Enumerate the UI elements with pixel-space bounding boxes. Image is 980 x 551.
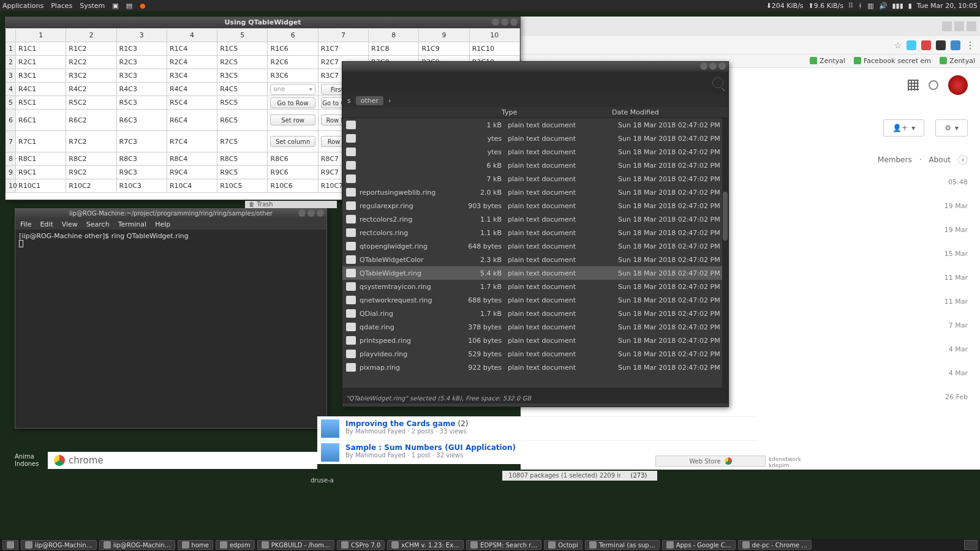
table-cell[interactable]: R5C2 <box>66 96 116 110</box>
table-cell[interactable]: R8C3 <box>116 152 167 166</box>
taskbar-button[interactable]: iip@ROG-Machin… <box>21 540 97 550</box>
table-cell[interactable]: R3C2 <box>66 69 116 83</box>
extension-icon[interactable] <box>951 40 960 50</box>
taskbar-button[interactable]: Apps - Google C… <box>662 540 736 550</box>
set-column-button[interactable]: Set column <box>270 136 315 147</box>
table-cell[interactable]: R1C4 <box>167 42 217 56</box>
avatar[interactable] <box>948 75 968 95</box>
table-cell[interactable]: R8C1 <box>16 152 66 166</box>
taskbar-button[interactable]: Octopi <box>544 540 582 550</box>
table-cell[interactable]: R10C1 <box>16 179 66 193</box>
table-cell[interactable]: R10C5 <box>217 179 268 193</box>
window-titlebar[interactable]: Using QTableWidget <box>6 17 520 28</box>
table-cell[interactable]: R6C1 <box>16 110 66 131</box>
table-cell[interactable]: R2C3 <box>116 56 167 69</box>
chrome-urlbar[interactable]: ☆ ⋮ <box>521 36 980 54</box>
taskbar-button[interactable]: Terminal (as sup… <box>585 540 660 550</box>
window-close-icon[interactable] <box>317 209 324 217</box>
settings-button[interactable]: ⚙ ▾ <box>935 119 968 137</box>
fm-file-row[interactable]: reportusingweblib.ring2.0 kBplain text d… <box>342 186 728 199</box>
taskbar-button[interactable]: de-pc - Chrome … <box>738 540 812 550</box>
fm-file-row[interactable]: printspeed.ring106 bytesplain text docum… <box>342 334 728 347</box>
window-minimize-icon[interactable] <box>942 21 952 31</box>
table-cell[interactable]: R8C2 <box>66 152 116 166</box>
menu-file[interactable]: File <box>20 220 31 228</box>
breadcrumb-current[interactable]: other <box>356 96 383 105</box>
set-row-button[interactable]: Set row <box>270 114 315 126</box>
taskbar-button[interactable]: iip@ROG-Machin… <box>99 540 175 550</box>
table-cell[interactable]: R2C2 <box>66 56 116 69</box>
network-icon[interactable]: ▮▮▮ <box>892 2 903 10</box>
table-cell[interactable]: R3C6 <box>268 69 318 83</box>
tray-icon[interactable]: ▥ <box>867 2 873 10</box>
show-desktop-button[interactable] <box>2 540 18 550</box>
taskbar-button[interactable]: xCHM v. 1.23: Ex… <box>387 540 464 550</box>
firefox-icon[interactable]: ● <box>140 2 146 10</box>
table-cell[interactable]: R4C3 <box>116 83 167 96</box>
about-link[interactable]: About <box>929 156 951 164</box>
window-close-icon[interactable] <box>510 18 518 26</box>
fm-file-row[interactable]: QDial.ring1.7 kBplain text documentSun 1… <box>342 307 728 320</box>
fm-file-row[interactable]: ytesplain text documentSun 18 Mar 2018 0… <box>342 145 728 159</box>
table-cell[interactable]: R5C5 <box>217 96 268 110</box>
window-titlebar[interactable]: iip@ROG-Machine:~/project/programming/ri… <box>15 209 326 219</box>
table-cell[interactable]: R7C2 <box>66 131 116 152</box>
bookmark[interactable]: Zentyal <box>940 57 975 65</box>
apps-grid-icon[interactable] <box>908 80 919 91</box>
add-member-button[interactable]: 👤+ ▾ <box>883 119 924 137</box>
table-cell[interactable]: R9C4 <box>167 166 217 179</box>
table-cell[interactable]: R9C3 <box>116 166 167 179</box>
fm-file-row[interactable]: qtopenglwidget.ring648 bytesplain text d… <box>342 239 728 253</box>
members-link[interactable]: Members <box>878 156 912 164</box>
table-cell[interactable]: R2C4 <box>167 56 217 69</box>
table-cell[interactable]: Go to Row <box>268 96 318 110</box>
volume-icon[interactable]: 🔊 <box>879 2 888 10</box>
clock[interactable]: Tue Mar 20, 10:05 <box>917 2 978 10</box>
fm-file-row[interactable]: qnetworkrequest.ring688 bytesplain text … <box>342 293 728 307</box>
table-cell[interactable]: R10C2 <box>66 179 116 193</box>
table-cell[interactable]: R3C1 <box>16 69 66 83</box>
table-cell[interactable]: R6C2 <box>66 110 116 131</box>
taskbar-button[interactable]: PKGBUILD - /hom… <box>257 540 334 550</box>
fm-file-row[interactable]: playvideo.ring529 bytesplain text docume… <box>342 347 728 361</box>
table-cell[interactable]: Set row <box>268 110 318 131</box>
combobox[interactable]: one▾ <box>270 84 315 95</box>
taskbar-button[interactable]: edpsm <box>216 540 255 550</box>
table-cell[interactable]: R4C2 <box>66 83 116 96</box>
table-cell[interactable]: R7C3 <box>116 131 167 152</box>
webstore-button[interactable]: Web Store <box>655 455 766 467</box>
fm-file-row[interactable]: qsystemtrayicon.ring1.7 kBplain text doc… <box>342 280 728 293</box>
window-minimize-icon[interactable] <box>492 18 499 26</box>
window-maximize-icon[interactable] <box>709 62 717 70</box>
table-cell[interactable]: R9C1 <box>16 166 66 179</box>
taskbar-button[interactable]: home <box>178 540 213 550</box>
menu-edit[interactable]: Edit <box>40 220 53 228</box>
menu-icon[interactable]: ⋮ <box>965 39 975 51</box>
table-cell[interactable]: R5C3 <box>116 96 167 110</box>
chevron-right-icon[interactable]: › <box>958 155 968 165</box>
table-cell[interactable]: R6C4 <box>167 110 217 131</box>
table-cell[interactable]: one▾ <box>268 83 318 96</box>
menu-terminal[interactable]: Terminal <box>118 220 147 228</box>
table-cell[interactable]: R5C4 <box>167 96 217 110</box>
search-icon[interactable] <box>712 77 723 88</box>
fm-file-row[interactable]: 7 kBplain text documentSun 18 Mar 2018 0… <box>342 172 728 186</box>
fm-file-row[interactable]: QTableWidget.ring5.4 kBplain text docume… <box>342 266 728 280</box>
menu-system[interactable]: System <box>80 2 105 10</box>
fm-columns-header[interactable]: Type Date Modified <box>342 107 728 118</box>
fm-file-row[interactable]: rectcolors2.ring1.1 kBplain text documen… <box>342 212 728 226</box>
table-cell[interactable]: R7C4 <box>167 131 217 152</box>
battery-icon[interactable]: ▮ <box>908 2 912 10</box>
fm-file-row[interactable]: ytesplain text documentSun 18 Mar 2018 0… <box>342 132 728 145</box>
menu-help[interactable]: Help <box>155 220 170 228</box>
table-cell[interactable]: R3C4 <box>167 69 217 83</box>
window-close-icon[interactable] <box>718 62 726 70</box>
scrollbar-horizontal[interactable] <box>342 388 728 394</box>
table-cell[interactable]: R1C8 <box>369 42 419 56</box>
menu-applications[interactable]: Applications <box>2 2 43 10</box>
table-cell[interactable]: R9C5 <box>217 166 268 179</box>
table-cell[interactable]: R3C5 <box>217 69 268 83</box>
notifications-icon[interactable] <box>929 80 938 90</box>
window-maximize-icon[interactable] <box>307 209 315 217</box>
table-cell[interactable]: R8C5 <box>217 152 268 166</box>
